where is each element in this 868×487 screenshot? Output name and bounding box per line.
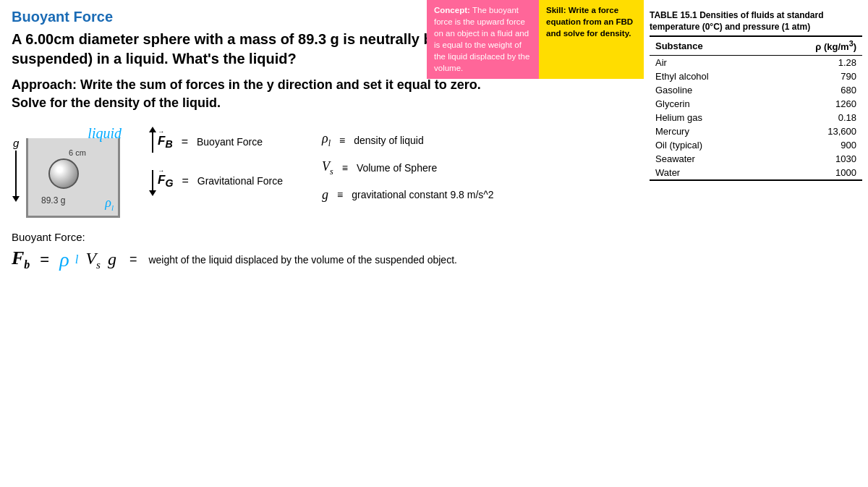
mass-label: 89.3 g — [41, 195, 65, 206]
density-cell: 790 — [767, 69, 862, 83]
fb-row: FB → = Buoyant Force — [152, 131, 283, 153]
density-script: ρl — [105, 195, 114, 212]
fg-name: Gravitational Force — [197, 175, 283, 187]
density-cell: 0.18 — [767, 111, 862, 124]
fb-name: Buoyant Force — [197, 136, 263, 148]
g-arrow: g — [13, 137, 19, 198]
concept-box: Concept: The buoyant force is the upward… — [427, 0, 539, 79]
substance-cell: Water — [650, 166, 767, 180]
vs-def: Volume of Sphere — [357, 162, 437, 174]
g-def: gravitational constant 9.8 m/s^2 — [352, 189, 493, 200]
fb-equals: = — [182, 135, 188, 148]
fg-row: FG → = Gravitational Force — [152, 170, 283, 192]
formula-equals: = — [40, 250, 49, 269]
g-const-row: g ≡ gravitational constant 9.8 m/s^2 — [322, 187, 494, 203]
g-formula: g — [108, 250, 116, 269]
rho-l-row: ρl ≡ density of liquid — [322, 131, 494, 149]
fb-arrow — [152, 131, 153, 153]
density-cell: 900 — [767, 138, 862, 152]
table-row: Seawater1030 — [650, 152, 862, 166]
fg-symbol: FG → — [158, 173, 173, 189]
rho-l-sym: ρl — [322, 131, 331, 149]
concept-skill-boxes: Concept: The buoyant force is the upward… — [427, 0, 644, 79]
fb-arrow-sym: → — [158, 128, 164, 135]
g-label: g — [13, 137, 19, 149]
buoyant-title: Buoyant Force: — [12, 231, 632, 243]
vs-row: Vs ≡ Volume of Sphere — [322, 159, 494, 177]
substance-cell: Helium gas — [650, 111, 767, 124]
table-title: TABLE 15.1 Densities of fluids at standa… — [650, 10, 862, 33]
skill-box: Skill: Write a force equation from an FB… — [539, 0, 644, 79]
rho-l-def: density of liquid — [354, 135, 424, 146]
substance-cell: Mercury — [650, 124, 767, 138]
col-substance: Substance — [650, 36, 767, 55]
fbd-container: g liquid 6 cm 89.3 g ρl — [12, 124, 127, 218]
main-container: Buoyant Force Concept: The buoyant force… — [0, 0, 868, 487]
fg-equals: = — [182, 174, 188, 187]
liquid-label: liquid — [88, 125, 122, 142]
substance-cell: Seawater — [650, 152, 767, 166]
g-sym: g — [322, 187, 328, 203]
right-panel: TABLE 15.1 Densities of fluids at standa… — [644, 0, 868, 487]
table-row: Water1000 — [650, 166, 862, 180]
table-row: Air1.28 — [650, 55, 862, 69]
formula-eq2: = — [129, 252, 137, 267]
substance-cell: Glycerin — [650, 97, 767, 111]
approach-text: Approach: Write the sum of forces in the… — [12, 76, 605, 112]
density-cell: 1260 — [767, 97, 862, 111]
substance-cell: Oil (typical) — [650, 138, 767, 152]
diagram-row: g liquid 6 cm 89.3 g ρl — [12, 124, 632, 218]
vs-formula: Vs — [85, 249, 101, 271]
table-container: TABLE 15.1 Densities of fluids at standa… — [650, 10, 862, 181]
table-row: Gasoline680 — [650, 83, 862, 97]
concept-label: Concept: — [434, 6, 472, 14]
vs-sym: Vs — [322, 159, 333, 177]
rho-l-def-sym: ≡ — [339, 135, 345, 146]
density-cell: 13,600 — [767, 124, 862, 138]
sphere — [48, 158, 79, 189]
density-cell: 1000 — [767, 166, 862, 180]
liquid-box: liquid 6 cm 89.3 g ρl — [26, 138, 120, 218]
left-panel: Buoyant Force Concept: The buoyant force… — [0, 0, 644, 487]
skill-label: Skill: — [546, 6, 569, 14]
density-cell: 680 — [767, 83, 862, 97]
vs-def-sym: ≡ — [342, 162, 348, 174]
density-cell: 1030 — [767, 152, 862, 166]
density-table: Substance ρ (kg/m3) Air1.28Ethyl alcohol… — [650, 35, 862, 180]
buoyant-formula-row: Fb = ρ l Vs g = weight of the liquid dis… — [12, 247, 632, 271]
fg-vec: FG → — [158, 173, 173, 189]
fb-arrow-line — [152, 131, 153, 153]
rho-l-formula-sub: l — [75, 253, 79, 267]
table-row: Helium gas0.18 — [650, 111, 862, 124]
table-row: Mercury13,600 — [650, 124, 862, 138]
fg-arrow-sym: → — [158, 167, 164, 174]
fg-arrow — [152, 170, 153, 192]
fb-vec: FB → — [158, 134, 173, 150]
buoyant-formula-desc: weight of the liquid displaced by the vo… — [148, 254, 457, 266]
table-body: Air1.28Ethyl alcohol790Gasoline680Glycer… — [650, 55, 862, 180]
table-row: Oil (typical)900 — [650, 138, 862, 152]
fb-formula-sym: Fb — [12, 247, 30, 271]
density-cell: 1.28 — [767, 55, 862, 69]
g-arrow-line — [15, 151, 17, 198]
concept-text: The buoyant force is the upward force on… — [434, 6, 529, 72]
substance-cell: Ethyl alcohol — [650, 69, 767, 83]
table-row: Glycerin1260 — [650, 97, 862, 111]
buoyant-section: Buoyant Force: Fb = ρ l Vs g = weight of… — [12, 231, 632, 271]
fg-arrow-line — [152, 170, 153, 192]
substance-cell: Air — [650, 55, 767, 69]
substance-cell: Gasoline — [650, 83, 767, 97]
vars-column: ρl ≡ density of liquid Vs ≡ Volume of Sp… — [322, 131, 494, 202]
forces-section: FB → = Buoyant Force FG → — [152, 131, 283, 192]
col-density: ρ (kg/m3) — [767, 36, 862, 55]
table-row: Ethyl alcohol790 — [650, 69, 862, 83]
rho-l-formula: ρ — [59, 248, 69, 271]
diameter-label: 6 cm — [69, 148, 86, 157]
g-def-sym: ≡ — [337, 189, 343, 200]
fb-symbol: FB → — [158, 134, 173, 150]
